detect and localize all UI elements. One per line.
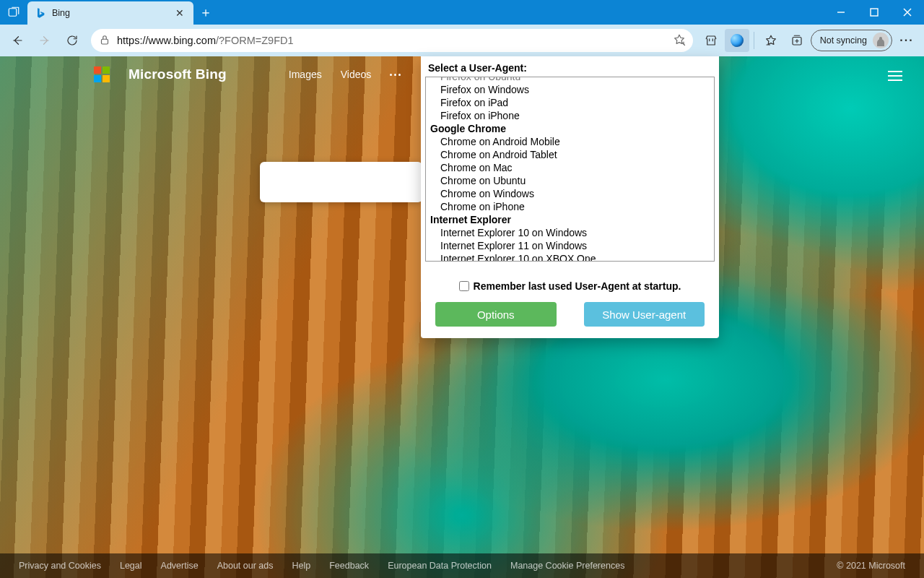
new-tab-button[interactable]: ＋ bbox=[193, 0, 218, 25]
bing-favicon-icon bbox=[35, 7, 46, 19]
ua-list-item[interactable]: Firefox on iPhone bbox=[426, 109, 714, 122]
tab-actions-button[interactable] bbox=[0, 0, 27, 25]
ua-list-item[interactable]: Chrome on iPhone bbox=[426, 200, 714, 213]
remember-label: Remember last used User-Agent at startup… bbox=[474, 280, 681, 292]
ua-list-item[interactable]: Firefox on iPad bbox=[426, 96, 714, 109]
window-maximize-button[interactable] bbox=[858, 0, 891, 25]
footer-link[interactable]: Manage Cookie Preferences bbox=[510, 561, 624, 571]
show-useragent-button[interactable]: Show User-agent bbox=[584, 302, 705, 327]
footer-link[interactable]: Legal bbox=[120, 561, 142, 571]
ua-list-item[interactable]: Internet Explorer 10 on Windows bbox=[426, 226, 714, 239]
ua-list-item[interactable]: Chrome on Android Mobile bbox=[426, 135, 714, 148]
remember-checkbox-row[interactable]: Remember last used User-Agent at startup… bbox=[428, 280, 712, 292]
microsoft-logo-icon bbox=[94, 66, 110, 82]
settings-more-button[interactable]: ··· bbox=[894, 27, 920, 53]
ua-list-item[interactable]: Internet Explorer 11 on Windows bbox=[426, 239, 714, 252]
footer-link[interactable]: Privacy and Cookies bbox=[19, 561, 101, 571]
toolbar-separator bbox=[754, 32, 754, 49]
nav-refresh-button[interactable] bbox=[59, 27, 85, 53]
site-info-lock-icon[interactable] bbox=[98, 33, 111, 48]
tab-title: Bing bbox=[52, 8, 167, 18]
ua-group-header: Google Chrome bbox=[426, 122, 714, 135]
nav-more-icon[interactable] bbox=[390, 74, 401, 76]
address-bar[interactable]: https://www.bing.com/?FORM=Z9FD1 bbox=[91, 29, 693, 52]
ua-list-item[interactable]: Chrome on Mac bbox=[426, 161, 714, 174]
favorite-star-icon[interactable] bbox=[673, 33, 686, 48]
nav-forward-button[interactable] bbox=[32, 27, 58, 53]
nav-videos-link[interactable]: Videos bbox=[341, 69, 372, 80]
search-box[interactable] bbox=[260, 162, 422, 202]
favorites-button[interactable] bbox=[759, 29, 783, 52]
brand-text: Microsoft Bing bbox=[128, 66, 227, 82]
extension-useragent-icon[interactable] bbox=[725, 29, 749, 52]
profile-avatar-icon bbox=[873, 33, 889, 48]
options-button[interactable]: Options bbox=[435, 302, 557, 327]
window-close-button[interactable] bbox=[891, 0, 924, 25]
useragent-list[interactable]: Firefox on UbuntuFirefox on WindowsFiref… bbox=[425, 77, 715, 262]
footer-link[interactable]: Advertise bbox=[161, 561, 199, 571]
ua-list-item[interactable]: Chrome on Windows bbox=[426, 187, 714, 200]
svg-rect-2 bbox=[871, 9, 878, 16]
footer-link[interactable]: Help bbox=[292, 561, 311, 571]
footer-link[interactable]: About our ads bbox=[217, 561, 274, 571]
svg-rect-0 bbox=[9, 9, 17, 17]
window-minimize-button[interactable] bbox=[824, 0, 858, 25]
extension-shopping-icon[interactable] bbox=[699, 29, 723, 52]
collections-button[interactable] bbox=[785, 29, 809, 52]
popup-heading: Select a User-Agent: bbox=[421, 62, 719, 77]
browser-tab[interactable]: Bing ✕ bbox=[27, 1, 193, 25]
footer-link[interactable]: Feedback bbox=[329, 561, 369, 571]
useragent-popup: Select a User-Agent: Firefox on UbuntuFi… bbox=[421, 56, 719, 338]
footer-link[interactable]: European Data Protection bbox=[388, 561, 492, 571]
svg-rect-5 bbox=[102, 39, 108, 44]
globe-icon bbox=[731, 34, 744, 47]
ua-list-item[interactable]: Chrome on Android Tablet bbox=[426, 148, 714, 161]
url-text: https://www.bing.com/?FORM=Z9FD1 bbox=[117, 35, 667, 46]
browser-toolbar: https://www.bing.com/?FORM=Z9FD1 Not syn… bbox=[0, 25, 924, 56]
sync-label: Not syncing bbox=[820, 35, 867, 46]
ua-list-item[interactable]: Internet Explorer 10 on XBOX One bbox=[426, 252, 714, 262]
ua-list-item[interactable]: Firefox on Windows bbox=[426, 83, 714, 96]
page-viewport: Microsoft Bing Images Videos Select a Us… bbox=[0, 56, 924, 578]
footer-copyright: © 2021 Microsoft bbox=[837, 561, 905, 571]
ua-list-item[interactable]: Chrome on Ubuntu bbox=[426, 174, 714, 187]
ua-group-header: Internet Explorer bbox=[426, 213, 714, 226]
window-titlebar: Bing ✕ ＋ bbox=[0, 0, 924, 25]
profile-sync-button[interactable]: Not syncing bbox=[811, 30, 892, 51]
remember-checkbox[interactable] bbox=[459, 281, 469, 291]
ua-list-item[interactable]: Firefox on Ubuntu bbox=[426, 77, 714, 83]
page-footer: Privacy and CookiesLegalAdvertiseAbout o… bbox=[0, 553, 924, 578]
hamburger-menu-button[interactable] bbox=[884, 66, 907, 85]
tab-close-icon[interactable]: ✕ bbox=[173, 7, 186, 19]
nav-back-button[interactable] bbox=[4, 27, 30, 53]
nav-images-link[interactable]: Images bbox=[289, 69, 322, 80]
